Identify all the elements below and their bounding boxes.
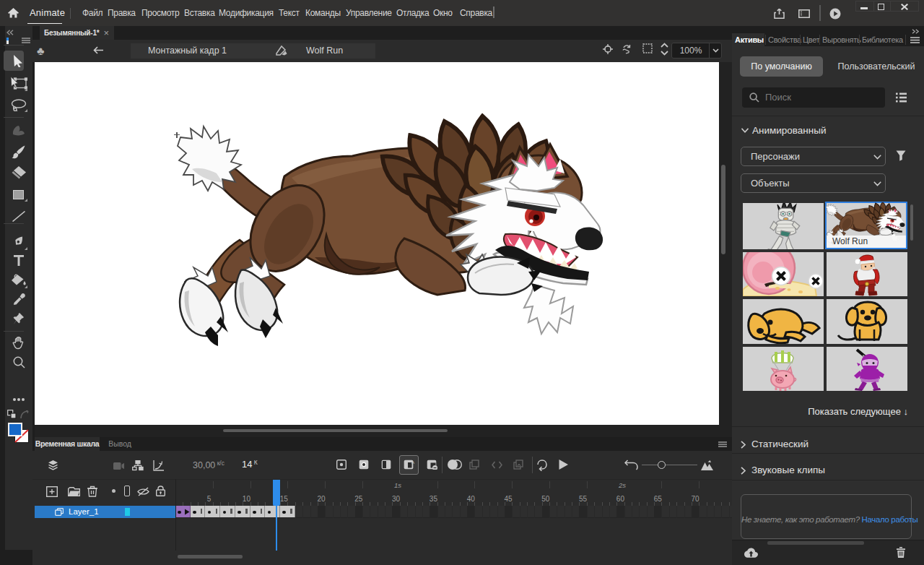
svg-text:A: A: [411, 460, 414, 465]
